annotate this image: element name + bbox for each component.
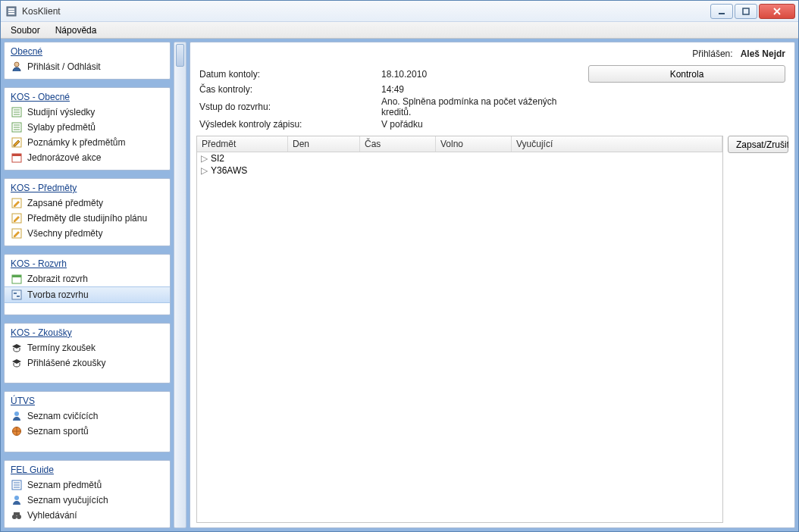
nav-item-zobrazit-rozvrh[interactable]: Zobrazit rozvrh xyxy=(5,271,170,286)
person-icon xyxy=(11,494,23,506)
nav-item-seznam-predmetu[interactable]: Seznam předmětů xyxy=(5,477,170,493)
nav-item-label: Seznam cvičících xyxy=(27,411,98,421)
col-predmet[interactable]: Předmět xyxy=(197,136,288,152)
nav-item-zapsane[interactable]: Zapsané předměty xyxy=(5,196,170,211)
nav-item-label: Přihlášené zkoušky xyxy=(27,358,105,368)
person-icon xyxy=(11,61,23,73)
table-header: Předmět Den Čas Volno Vyučující xyxy=(197,136,722,152)
subjects-table: Předmět Den Čas Volno Vyučující ▷ SI2 ▷ xyxy=(196,136,723,523)
nav-item-vsechny[interactable]: Všechny předměty xyxy=(5,226,170,241)
nav-item-vyhledavani[interactable]: Vyhledávání xyxy=(5,508,170,523)
sidebar-scrollbar[interactable] xyxy=(174,42,186,528)
sidebar: Obecné Přihlásit / Odhlásit KOS - Obecné… xyxy=(4,42,171,528)
nav-item-label: Předměty dle studijního plánu xyxy=(27,213,147,224)
svg-rect-14 xyxy=(12,290,21,299)
nav-item-label: Termíny zkoušek xyxy=(27,343,96,353)
menubar: Soubor Nápověda xyxy=(1,22,798,39)
nav-title[interactable]: FEL Guide xyxy=(5,461,170,477)
nav-item-sporty[interactable]: Seznam sportů xyxy=(5,424,170,439)
nav-item-sylaby[interactable]: Sylaby předmětů xyxy=(5,120,170,135)
nav-group-obecne: Obecné Přihlásit / Odhlásit xyxy=(4,42,171,80)
nav-item-poznamky[interactable]: Poznámky k předmětům xyxy=(5,135,170,150)
note-edit-icon xyxy=(11,227,23,239)
svg-rect-8 xyxy=(12,154,21,156)
titlebar: KosKlient xyxy=(1,1,798,22)
nav-item-seznam-vyucujicich[interactable]: Seznam vyučujících xyxy=(5,493,170,508)
nav-item-cvicici[interactable]: Seznam cvičících xyxy=(5,408,170,424)
grad-cap-icon xyxy=(11,342,23,354)
nav-item-jednorazove[interactable]: Jednorázové akce xyxy=(5,150,170,165)
calendar-icon xyxy=(11,152,23,164)
nav-title[interactable]: KOS - Obecné xyxy=(5,88,170,105)
svg-point-20 xyxy=(14,496,19,500)
nav-group-utvs: ÚTVS Seznam cvičících Seznam sportů xyxy=(4,391,171,452)
nav-group-fel-guide: FEL Guide Seznam předmětů Seznam vyučují… xyxy=(4,460,171,528)
expander-icon[interactable]: ▷ xyxy=(197,153,211,164)
nav-title[interactable]: ÚTVS xyxy=(5,392,170,408)
login-user: Aleš Nejdr xyxy=(741,49,785,59)
scrollbar-thumb[interactable] xyxy=(176,44,184,67)
note-edit-icon xyxy=(11,212,23,224)
nav-item-label: Přihlásit / Odhlásit xyxy=(27,61,101,72)
label-vstup: Vstup do rozvrhu: xyxy=(199,102,381,112)
login-status: Přihlášen: Aleš Nejdr xyxy=(196,47,788,65)
nav-item-studijni-vysledky[interactable]: Studijní výsledky xyxy=(5,105,170,120)
col-cas[interactable]: Čas xyxy=(360,136,436,152)
cell-predmet: Y36AWS xyxy=(211,165,302,176)
grad-cap-icon xyxy=(11,357,23,369)
svg-rect-23 xyxy=(14,512,20,515)
close-button[interactable] xyxy=(759,4,795,19)
col-den[interactable]: Den xyxy=(288,136,360,152)
nav-group-kos-rozvrh: KOS - Rozvrh Zobrazit rozvrh Tvorba rozv… xyxy=(4,254,171,315)
table-row[interactable]: ▷ Y36AWS xyxy=(197,164,722,177)
main-panel: Přihlášen: Aleš Nejdr Datum kontoly: 18.… xyxy=(190,42,795,528)
schedule-icon xyxy=(11,289,23,301)
list-icon xyxy=(11,479,23,491)
col-vyucujici[interactable]: Vyučující xyxy=(512,136,722,152)
table-actions: Zapsat/Zrušit xyxy=(728,136,788,523)
nav-item-tvorba-rozvrhu[interactable]: Tvorba rozvrhu xyxy=(5,286,170,303)
nav-item-prihlasene[interactable]: Přihlášené zkoušky xyxy=(5,355,170,371)
svg-point-17 xyxy=(14,412,19,416)
nav-item-label: Seznam předmětů xyxy=(27,480,102,490)
svg-rect-1 xyxy=(719,13,725,14)
login-label: Přihlášen: xyxy=(692,49,732,59)
table-row[interactable]: ▷ SI2 xyxy=(197,152,722,164)
nav-item-label: Seznam sportů xyxy=(27,426,89,437)
nav-title[interactable]: KOS - Rozvrh xyxy=(5,255,170,271)
nav-title[interactable]: KOS - Zkoušky xyxy=(5,324,170,340)
maximize-button[interactable] xyxy=(735,4,757,19)
svg-point-3 xyxy=(14,62,19,67)
note-edit-icon xyxy=(11,136,23,149)
value-datum: 18.10.2010 xyxy=(381,69,588,80)
svg-rect-16 xyxy=(17,296,20,297)
svg-rect-15 xyxy=(14,293,17,294)
minimize-button[interactable] xyxy=(710,4,733,19)
kontrola-button[interactable]: Kontrola xyxy=(588,65,785,83)
nav-item-terminy[interactable]: Termíny zkoušek xyxy=(5,340,170,355)
menu-file[interactable]: Soubor xyxy=(4,23,47,38)
nav-group-kos-predmety: KOS - Předměty Zapsané předměty Předměty… xyxy=(4,178,171,246)
nav-item-label: Seznam vyučujících xyxy=(27,495,108,505)
col-volno[interactable]: Volno xyxy=(436,136,512,152)
nav-group-kos-zkousky: KOS - Zkoušky Termíny zkoušek Přihlášené… xyxy=(4,323,171,384)
nav-group-kos-obecne: KOS - Obecné Studijní výsledky Sylaby př… xyxy=(4,87,171,171)
note-edit-icon xyxy=(11,197,23,209)
zapsat-zrusit-button[interactable]: Zapsat/Zrušit xyxy=(728,136,788,153)
nav-item-login[interactable]: Přihlásit / Odhlásit xyxy=(5,59,170,74)
label-datum: Datum kontoly: xyxy=(199,69,381,80)
nav-item-dle-planu[interactable]: Předměty dle studijního plánu xyxy=(5,211,170,226)
label-vysledek: Výsledek kontroly zápisu: xyxy=(199,119,381,130)
label-cas: Čas kontroly: xyxy=(199,84,381,95)
expander-icon[interactable]: ▷ xyxy=(197,165,211,176)
nav-item-label: Vyhledávání xyxy=(27,510,77,521)
calendar-icon xyxy=(11,273,23,285)
cell-predmet: SI2 xyxy=(211,153,302,164)
menu-help[interactable]: Nápověda xyxy=(49,23,104,38)
nav-title[interactable]: Obecné xyxy=(5,42,170,59)
list-icon xyxy=(11,106,23,118)
nav-title[interactable]: KOS - Předměty xyxy=(5,179,170,196)
nav-item-label: Zobrazit rozvrh xyxy=(27,274,88,284)
nav-item-label: Jednorázové akce xyxy=(27,152,101,163)
value-cas: 14:49 xyxy=(381,84,588,95)
